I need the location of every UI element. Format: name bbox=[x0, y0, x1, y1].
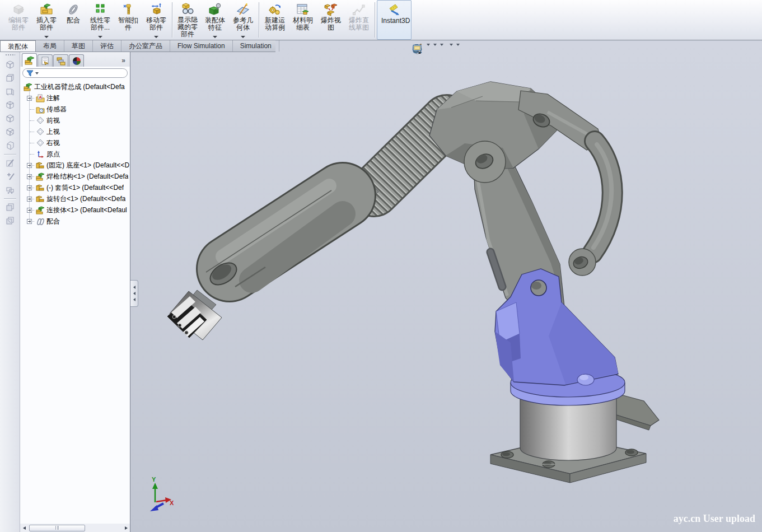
view-cube-icon[interactable] bbox=[3, 58, 17, 72]
block-cart-icon[interactable] bbox=[3, 183, 17, 197]
tree-item-sensors[interactable]: 传感器 bbox=[27, 104, 130, 115]
tab-layout[interactable]: 布局 bbox=[36, 40, 64, 52]
button-label: 参考几何体 bbox=[230, 17, 256, 31]
tree-root[interactable]: 工业机器臂总成 (Default<Defa bbox=[22, 81, 130, 92]
heads-up-view-toolbar bbox=[412, 43, 460, 46]
expand-toggle[interactable] bbox=[27, 208, 32, 213]
reference-geometry-button[interactable]: 参考几何体 bbox=[229, 0, 257, 40]
annotations-folder-icon: A bbox=[36, 94, 45, 102]
toolbar-separator bbox=[172, 2, 172, 38]
hide-show-items-icon[interactable] bbox=[432, 43, 437, 46]
tree-item-right-plane[interactable]: 右视 bbox=[27, 137, 130, 148]
sketch-pencil-icon[interactable] bbox=[3, 156, 17, 170]
new-motion-study-icon bbox=[268, 2, 282, 17]
instant3d-icon bbox=[387, 2, 401, 17]
tree-item-top-plane[interactable]: 上视 bbox=[27, 126, 130, 137]
tree-filter-input[interactable] bbox=[22, 68, 128, 78]
filter-dropdown-caret-icon[interactable] bbox=[35, 72, 39, 74]
view-cube-icon[interactable] bbox=[3, 85, 17, 99]
assembly-features-button[interactable]: 装配体特征 bbox=[201, 0, 229, 40]
instant3d-button[interactable]: Instant3D bbox=[377, 0, 412, 40]
dropdown-caret-icon[interactable] bbox=[154, 36, 158, 38]
plane-icon bbox=[36, 116, 45, 125]
explode-line-sketch-icon bbox=[352, 2, 366, 17]
assembly-icon bbox=[24, 83, 32, 91]
view-cube-icon[interactable] bbox=[3, 125, 17, 139]
explode-line-sketch-button[interactable]: 爆炸直线草图 bbox=[345, 0, 373, 40]
tab-office-products[interactable]: 办公室产品 bbox=[121, 40, 170, 52]
visibility-glasses-icon[interactable] bbox=[439, 43, 444, 46]
tree-item-rotary-table[interactable]: 旋转台<1> (Default<<Defa bbox=[27, 193, 130, 204]
tree-item-sleeve[interactable]: (-) 套筒<1> (Default<<Def bbox=[27, 182, 130, 193]
scrollbar-thumb[interactable] bbox=[29, 525, 85, 531]
more-tabs-chevron[interactable]: » bbox=[121, 57, 129, 67]
expand-toggle[interactable] bbox=[27, 174, 32, 179]
tab-simulation[interactable]: Simulation bbox=[233, 40, 279, 52]
edit-component-button[interactable]: 编辑零部件 bbox=[4, 0, 32, 40]
tab-sketch[interactable]: 草图 bbox=[64, 40, 93, 52]
move-component-button[interactable]: 移动零部件 bbox=[142, 0, 170, 40]
add-sketch-icon[interactable] bbox=[3, 170, 17, 183]
dropdown-caret-icon[interactable] bbox=[241, 36, 245, 38]
feature-manager-tree-icon bbox=[25, 56, 35, 65]
tab-flow-simulation[interactable]: Flow Simulation bbox=[170, 40, 233, 52]
dropdown-caret-icon[interactable] bbox=[98, 36, 102, 38]
part-icon bbox=[36, 195, 45, 203]
expand-toggle[interactable] bbox=[27, 163, 32, 168]
apply-scene-icon[interactable] bbox=[448, 43, 454, 46]
tree-item-front-plane[interactable]: 前视 bbox=[27, 115, 130, 126]
button-label: 编辑零部件 bbox=[6, 17, 31, 31]
feature-manager-panel: » 工业机器臂总成 (Default<Defa A 注解 传感器 bbox=[20, 52, 130, 524]
plane-icon bbox=[36, 139, 45, 147]
panel-collapse-splitter[interactable] bbox=[130, 280, 138, 307]
scroll-right-button[interactable] bbox=[122, 524, 130, 531]
view-cube-icon[interactable] bbox=[3, 99, 17, 112]
smart-fasteners-button[interactable]: 智能扣件 bbox=[114, 0, 142, 40]
mate-button[interactable]: 配合 bbox=[60, 0, 86, 40]
expand-toggle[interactable] bbox=[27, 185, 32, 190]
scroll-left-button[interactable] bbox=[20, 524, 28, 531]
linear-component-pattern-button[interactable]: 线性零部件... bbox=[86, 0, 114, 40]
bill-of-materials-button[interactable]: 材料明细表 bbox=[289, 0, 317, 40]
tree-item-origin[interactable]: 原点 bbox=[27, 148, 130, 160]
layered-squares-icon[interactable] bbox=[3, 200, 17, 214]
corner-cube-icon[interactable] bbox=[3, 139, 17, 152]
feature-manager-tree-tab[interactable] bbox=[22, 53, 37, 67]
tree-item-connector[interactable]: 连接体<1> (Default<Defaul bbox=[27, 204, 130, 216]
tree-item-base[interactable]: (固定) 底座<1> (Default<<D bbox=[27, 160, 130, 171]
expand-toggle[interactable] bbox=[27, 219, 32, 224]
configuration-manager-tab[interactable] bbox=[53, 54, 68, 67]
dimxpert-manager-icon bbox=[72, 57, 82, 66]
view-cube-icon[interactable] bbox=[3, 112, 17, 125]
expand-toggle[interactable] bbox=[27, 197, 32, 202]
property-manager-tab[interactable] bbox=[38, 54, 53, 67]
tree-item-weld-gun-structure[interactable]: 焊枪结构<1> (Default<Defa bbox=[27, 171, 130, 182]
show-hidden-components-button[interactable]: 显示隐藏的零部件 bbox=[174, 0, 201, 40]
watermark: ayc.cn User upload bbox=[674, 513, 755, 525]
filter-funnel-icon bbox=[26, 70, 34, 77]
tree-item-mates[interactable]: 配合 bbox=[27, 216, 130, 227]
new-motion-study-button[interactable]: 新建运动算例 bbox=[261, 0, 289, 40]
dropdown-caret-icon[interactable] bbox=[44, 36, 49, 38]
view-settings-icon[interactable] bbox=[455, 43, 460, 46]
toolbar-grip[interactable] bbox=[5, 54, 15, 56]
layered-squares-icon[interactable] bbox=[3, 214, 17, 227]
edit-component-icon bbox=[11, 2, 26, 17]
part-icon bbox=[36, 161, 45, 170]
button-label: 插入零部件 bbox=[34, 17, 59, 31]
dimxpert-manager-tab[interactable] bbox=[69, 54, 84, 67]
exploded-view-button[interactable]: 爆炸视图 bbox=[317, 0, 345, 40]
feature-tree: 工业机器臂总成 (Default<Defa A 注解 传感器 前视 bbox=[20, 80, 130, 227]
assembly-features-icon bbox=[208, 2, 222, 17]
toolbar-separator bbox=[375, 2, 375, 38]
view-orientation-icon[interactable] bbox=[423, 44, 424, 45]
tab-assembly[interactable]: 装配体 bbox=[0, 40, 36, 52]
dropdown-caret-icon[interactable] bbox=[213, 36, 217, 38]
display-style-icon[interactable] bbox=[426, 43, 431, 46]
view-cube-icon[interactable] bbox=[3, 72, 17, 85]
tab-evaluate[interactable]: 评估 bbox=[93, 40, 121, 52]
tree-item-annotations[interactable]: A 注解 bbox=[27, 92, 130, 104]
insert-component-button[interactable]: 插入零部件 bbox=[32, 0, 60, 40]
expand-toggle[interactable] bbox=[27, 96, 32, 101]
edit-appearance-icon[interactable] bbox=[446, 44, 447, 45]
